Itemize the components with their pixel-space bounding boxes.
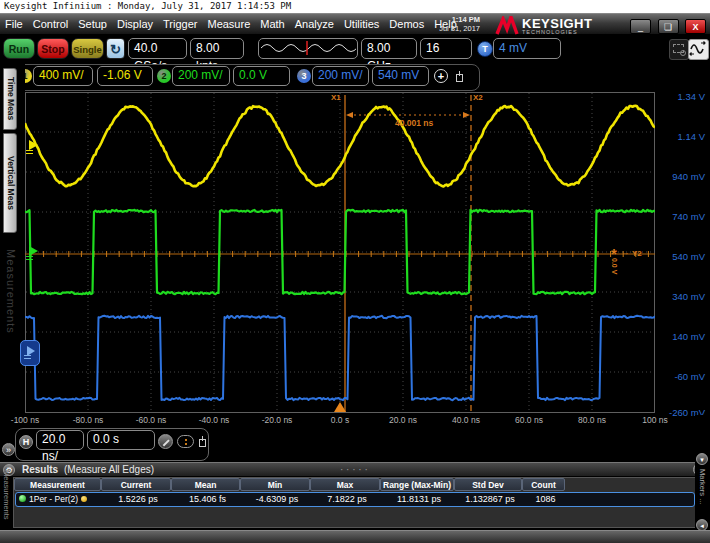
results-title: Results — [22, 463, 58, 476]
measurement-row[interactable]: 1Per - Per(2)1.5226 ps15.406 fs-4.6309 p… — [15, 492, 695, 507]
horizontal-button[interactable]: H — [19, 435, 33, 449]
time-label: 40.0 ns — [443, 415, 489, 425]
results-subtitle: (Measure All Edges) — [64, 463, 154, 476]
time-label: 60.0 ns — [506, 415, 552, 425]
menu-items: FileControlSetupDisplayTriggerMeasureMat… — [0, 18, 462, 30]
scope-display[interactable]: X1 X2 40.001 ns * → Y2 0.0 V — [25, 92, 655, 413]
bandwidth-field[interactable]: 8.00 GHz — [361, 38, 417, 59]
time-label: 80.0 ns — [569, 415, 615, 425]
clock: 1:14 PM Jul 31, 2017 — [410, 15, 480, 33]
measurement-value: 1086 — [524, 493, 567, 506]
measurements-watermark: Measurements — [5, 249, 17, 334]
channel-1-offset-field[interactable]: -1.06 V — [97, 66, 153, 86]
menu-measure[interactable]: Measure — [202, 18, 255, 30]
pin-icon-timebase[interactable] — [198, 436, 206, 447]
tab-vertical-meas[interactable]: Vertical Meas — [3, 133, 17, 233]
x2-cursor-label[interactable]: X2 — [473, 93, 483, 102]
channel-3-scale-field[interactable]: 200 mV/ — [312, 66, 369, 86]
stop-button[interactable]: Stop — [37, 38, 69, 59]
y2-arrow-icon: → — [621, 248, 629, 257]
channel-3-ground-marker[interactable] — [20, 340, 40, 366]
markers-strip: ▾ Markers ... ◂ — [695, 415, 710, 530]
measurement-value: -4.6309 ps — [242, 493, 312, 506]
menu-utilities[interactable]: Utilities — [339, 18, 384, 30]
time-label: -40.0 ns — [191, 415, 237, 425]
voltage-label: 340 mV — [655, 291, 705, 302]
timebase-scale-field[interactable]: 20.0 ns/ — [36, 430, 84, 450]
time-label: -20.0 ns — [254, 415, 300, 425]
expand-icon[interactable]: » — [2, 443, 15, 456]
channel-2-offset-field[interactable]: 0.0 V — [233, 66, 290, 86]
toolbar: Run Stop Single ↻ 40.0 GSa/s 8.00 kpts 8… — [0, 35, 710, 64]
column-header: Measurement — [14, 478, 101, 491]
channel-2-button[interactable]: 2 — [157, 69, 171, 83]
markers-tab[interactable]: Markers ... — [698, 469, 707, 517]
sample-rate-field[interactable]: 40.0 GSa/s — [128, 38, 187, 59]
trigger-position-icon[interactable] — [177, 435, 194, 448]
channel-3-offset-field[interactable]: 540 mV — [372, 66, 429, 86]
cursor-delta-label: 40.001 ns — [395, 118, 433, 128]
measurement-value: 15.406 fs — [173, 493, 242, 506]
column-header: Range (Max-Min) — [380, 478, 454, 491]
trigger-source-icon[interactable]: T — [477, 41, 493, 57]
measurement-value: 11.8131 ps — [382, 493, 456, 506]
column-header: Mean — [171, 478, 240, 491]
results-table-header: MeasurementCurrentMeanMinMaxRange (Max-M… — [14, 478, 696, 491]
window-controls: _ ❏ X — [628, 16, 706, 34]
menu-analyze[interactable]: Analyze — [290, 18, 339, 30]
results-header: ⚙ Results (Measure All Edges) · · · · · … — [0, 462, 710, 476]
add-channel-icon[interactable]: + — [434, 69, 448, 83]
waveform-preview[interactable] — [258, 38, 358, 59]
run-button[interactable]: Run — [3, 38, 35, 59]
time-reference-icon[interactable] — [158, 434, 173, 449]
voltage-label: -60 mV — [655, 371, 705, 382]
column-header: Min — [240, 478, 310, 491]
oscilloscope-app: Keysight Infiniium : Monday, July 31, 20… — [0, 0, 710, 543]
measurement-value: 1.132867 ps — [456, 493, 524, 506]
menu-math[interactable]: Math — [255, 18, 289, 30]
acquisition-preview-icon — [259, 39, 356, 57]
y2-cursor-label[interactable]: Y2 — [632, 249, 642, 258]
x1-cursor-label[interactable]: X1 — [331, 93, 341, 102]
menu-trigger[interactable]: Trigger — [158, 18, 202, 30]
menu-setup[interactable]: Setup — [73, 18, 112, 30]
channel-2-scale-field[interactable]: 200 mV/ — [172, 66, 230, 86]
left-sidebar: Time Meas Vertical Meas Measurements — [0, 64, 25, 460]
memory-depth-field[interactable]: 8.00 kpts — [190, 38, 244, 59]
timebase-position-field[interactable]: 0.0 s — [87, 430, 155, 450]
timebase-bar: » H 20.0 ns/ 0.0 s — [0, 425, 710, 462]
time-label: -60.0 ns — [128, 415, 174, 425]
column-header: Current — [101, 478, 171, 491]
horizontal-mode-icon[interactable] — [688, 39, 709, 60]
single-button[interactable]: Single — [71, 38, 104, 59]
averages-field[interactable]: 16 — [420, 38, 472, 59]
brand-name: KEYSIGHT — [522, 18, 592, 29]
markers-collapse-down-icon[interactable]: ▾ — [696, 453, 708, 465]
clock-time: 1:14 PM — [410, 15, 480, 24]
maximize-button[interactable]: ❏ — [658, 19, 679, 34]
panel-drag-handle[interactable]: · · · · · — [340, 463, 368, 476]
measurement-name: 1Per - Per(2) — [16, 493, 103, 506]
channel-1-scale-field[interactable]: 400 mV/ — [33, 66, 93, 86]
time-label: -100 ns — [2, 415, 48, 425]
trigger-level-field[interactable]: 4 mV — [493, 38, 561, 59]
menu-file[interactable]: File — [0, 18, 28, 30]
close-button[interactable]: X — [685, 19, 706, 34]
measurement-color-icon — [81, 496, 87, 502]
voltage-label: 140 mV — [655, 331, 705, 342]
status-ok-icon — [19, 495, 26, 502]
tab-time-meas[interactable]: Time Meas — [3, 68, 17, 130]
window-title: Keysight Infiniium : Monday, July 31, 20… — [4, 1, 291, 11]
menu-control[interactable]: Control — [28, 18, 73, 30]
y2-value-label: 0.0 V — [611, 258, 618, 274]
zoom-select-icon[interactable] — [669, 39, 689, 60]
autoscale-button[interactable]: ↻ — [106, 38, 125, 59]
pin-icon[interactable] — [455, 71, 463, 82]
bottom-status-strip — [0, 530, 710, 543]
minimize-button[interactable]: _ — [630, 19, 651, 34]
menu-display[interactable]: Display — [112, 18, 158, 30]
voltage-label: 1.34 V — [655, 91, 705, 102]
scope-svg — [25, 92, 655, 413]
title-bar: Keysight Infiniium : Monday, July 31, 20… — [0, 0, 710, 13]
channel-3-button[interactable]: 3 — [297, 69, 311, 83]
